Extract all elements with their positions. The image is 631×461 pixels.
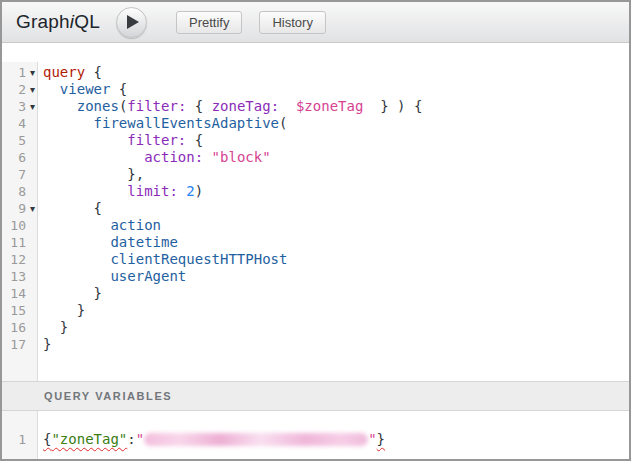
line-number: 2 xyxy=(2,81,26,98)
code-text[interactable]: } xyxy=(39,336,51,353)
code-line[interactable]: 16 } xyxy=(2,319,629,336)
code-line[interactable]: 4 firewallEventsAdaptive( xyxy=(2,115,629,132)
fold-arrow-icon[interactable]: ▾ xyxy=(26,200,39,217)
line-number: 4 xyxy=(2,115,26,132)
code-text[interactable]: clientRequestHTTPHost xyxy=(39,251,287,268)
fold-gutter-spacer xyxy=(26,217,39,234)
fold-gutter-spacer xyxy=(26,251,39,268)
fold-gutter-spacer xyxy=(26,132,39,149)
code-line[interactable]: 3▾ zones(filter: { zoneTag: $zoneTag } )… xyxy=(2,98,629,115)
line-number: 15 xyxy=(2,302,26,319)
line-number: 10 xyxy=(2,217,26,234)
fold-gutter-spacer xyxy=(26,166,39,183)
fold-gutter-spacer xyxy=(26,336,39,353)
line-number: 13 xyxy=(2,268,26,285)
code-text[interactable]: firewallEventsAdaptive( xyxy=(39,115,287,132)
code-line[interactable]: 12 clientRequestHTTPHost xyxy=(2,251,629,268)
fold-gutter-spacer xyxy=(26,319,39,336)
code-text[interactable]: query { xyxy=(39,64,102,81)
app-logo: GraphiQL xyxy=(16,11,100,33)
code-line[interactable]: 5 filter: { xyxy=(2,132,629,149)
fold-arrow-icon[interactable]: ▾ xyxy=(26,98,39,115)
code-text[interactable]: action xyxy=(39,217,161,234)
line-number: 6 xyxy=(2,149,26,166)
code-line[interactable]: 11 datetime xyxy=(2,234,629,251)
code-line[interactable]: 1{"zoneTag":""} xyxy=(2,431,629,448)
line-number: 5 xyxy=(2,132,26,149)
code-text[interactable]: } xyxy=(39,319,68,336)
line-number: 11 xyxy=(2,234,26,251)
code-line[interactable]: 7 }, xyxy=(2,166,629,183)
code-text[interactable]: }, xyxy=(39,166,144,183)
query-editor[interactable]: 1▾query {2▾ viewer {3▾ zones(filter: { z… xyxy=(2,62,629,381)
fold-gutter-spacer xyxy=(26,183,39,200)
variables-code-lines[interactable]: 1{"zoneTag":""} xyxy=(2,411,629,448)
line-number: 1 xyxy=(2,64,26,81)
line-number: 1 xyxy=(2,431,26,448)
code-line[interactable]: 10 action xyxy=(2,217,629,234)
history-button[interactable]: History xyxy=(259,11,325,34)
line-number: 7 xyxy=(2,166,26,183)
fold-arrow-icon[interactable]: ▾ xyxy=(26,64,39,81)
code-text[interactable]: action: "block" xyxy=(39,149,271,166)
code-line[interactable]: 1▾query { xyxy=(2,64,629,81)
query-variables-title: QUERY VARIABLES xyxy=(44,390,172,402)
code-text[interactable]: } xyxy=(39,285,102,302)
toolbar: GraphiQL Prettify History xyxy=(2,2,629,43)
graphiql-window: GraphiQL Prettify History 1▾query {2▾ vi… xyxy=(0,0,631,461)
play-icon xyxy=(127,15,139,29)
fold-gutter-spacer xyxy=(26,302,39,319)
code-text[interactable]: filter: { xyxy=(39,132,203,149)
code-text[interactable]: } xyxy=(39,302,85,319)
line-number: 17 xyxy=(2,336,26,353)
prettify-button[interactable]: Prettify xyxy=(176,11,242,34)
session-header-strip xyxy=(2,43,629,62)
fold-gutter-spacer xyxy=(26,268,39,285)
code-line[interactable]: 13 userAgent xyxy=(2,268,629,285)
line-number: 3 xyxy=(2,98,26,115)
code-line[interactable]: 15 } xyxy=(2,302,629,319)
fold-arrow-icon[interactable]: ▾ xyxy=(26,81,39,98)
variables-editor[interactable]: 1{"zoneTag":""} xyxy=(2,411,629,459)
line-number: 14 xyxy=(2,285,26,302)
fold-gutter-spacer xyxy=(26,285,39,302)
query-variables-header[interactable]: QUERY VARIABLES xyxy=(2,381,629,411)
fold-gutter-spacer xyxy=(26,115,39,132)
code-line[interactable]: 9▾ { xyxy=(2,200,629,217)
logo-graph: Graph xyxy=(16,11,70,32)
logo-ql: QL xyxy=(74,11,100,32)
line-number: 9 xyxy=(2,200,26,217)
code-text[interactable]: viewer { xyxy=(39,81,127,98)
code-line[interactable]: 14 } xyxy=(2,285,629,302)
code-line[interactable]: 2▾ viewer { xyxy=(2,81,629,98)
line-number: 12 xyxy=(2,251,26,268)
fold-gutter-spacer xyxy=(26,149,39,166)
code-text[interactable]: {"zoneTag":""} xyxy=(39,431,385,448)
code-line[interactable]: 8 limit: 2) xyxy=(2,183,629,200)
line-number: 16 xyxy=(2,319,26,336)
line-number: 8 xyxy=(2,183,26,200)
code-text[interactable]: { xyxy=(39,200,102,217)
execute-button[interactable] xyxy=(116,7,147,38)
code-line[interactable]: 17} xyxy=(2,336,629,353)
code-text[interactable]: limit: 2) xyxy=(39,183,203,200)
code-text[interactable]: datetime xyxy=(39,234,178,251)
code-text[interactable]: userAgent xyxy=(39,268,186,285)
code-line[interactable]: 6 action: "block" xyxy=(2,149,629,166)
fold-gutter-spacer xyxy=(26,234,39,251)
query-code-lines[interactable]: 1▾query {2▾ viewer {3▾ zones(filter: { z… xyxy=(2,62,629,353)
fold-gutter-spacer xyxy=(26,431,39,448)
code-text[interactable]: zones(filter: { zoneTag: $zoneTag } ) { xyxy=(39,98,422,115)
redacted-zone-tag-value xyxy=(144,433,368,446)
